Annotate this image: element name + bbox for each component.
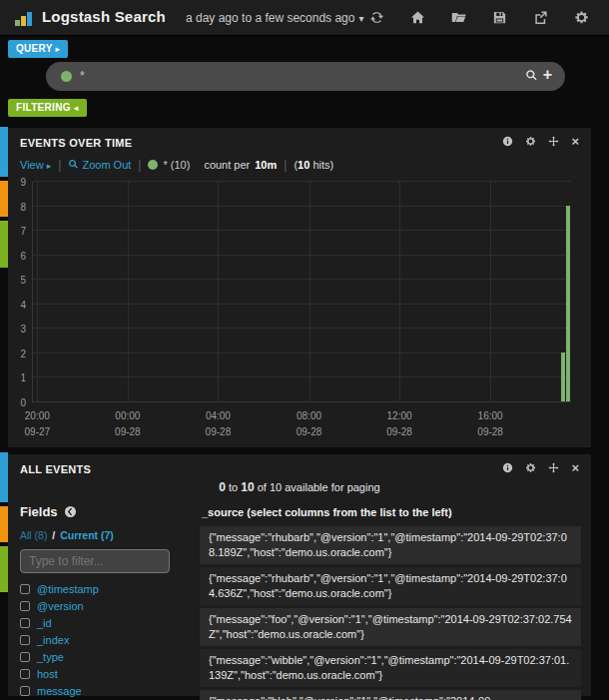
configure-gear-icon[interactable]: [525, 462, 536, 473]
query-bar: +: [46, 62, 565, 91]
field-checkbox[interactable]: [20, 584, 30, 594]
y-axis-tick: 0: [12, 397, 26, 408]
row-collapse-tab[interactable]: [0, 452, 8, 502]
gridline: [128, 182, 129, 402]
x-axis-tick: 00:0009-28: [115, 408, 141, 440]
source-column-header: _source (select columns from the list to…: [202, 506, 581, 518]
open-dashboard-icon[interactable]: [451, 10, 466, 25]
x-axis-tick: 04:0009-28: [206, 408, 232, 440]
gridline: [399, 182, 400, 402]
field-checkbox[interactable]: [20, 652, 30, 662]
info-icon[interactable]: [502, 136, 513, 147]
gridline: [218, 182, 219, 402]
y-axis-tick: 8: [12, 202, 26, 213]
row-collapse-tab[interactable]: [0, 506, 8, 542]
x-axis-tick: 20:0009-27: [25, 408, 51, 440]
fields-heading: Fields: [20, 504, 188, 519]
add-query-icon[interactable]: +: [543, 68, 552, 82]
field-item[interactable]: @timestamp: [20, 583, 188, 595]
collapse-fields-icon[interactable]: [64, 505, 77, 518]
field-checkbox[interactable]: [20, 686, 30, 696]
gridline: [490, 182, 491, 402]
timepicker-dropdown[interactable]: a day ago to a few seconds ago▾: [186, 11, 363, 25]
field-checkbox[interactable]: [20, 601, 30, 611]
y-axis-tick: 9: [12, 177, 26, 188]
filtering-row-tab[interactable]: FILTERING ◂: [8, 99, 87, 117]
row-collapse-tab[interactable]: [0, 127, 8, 177]
events-over-time-panel: EVENTS OVER TIME × View ▸ | Zoom Out | *…: [8, 128, 591, 447]
row-collapse-tab[interactable]: [0, 221, 8, 268]
gridline: [37, 182, 38, 402]
refresh-icon[interactable]: [369, 10, 384, 25]
field-item[interactable]: @version: [20, 600, 188, 612]
y-axis-tick: 6: [12, 251, 26, 262]
zoom-out-link[interactable]: Zoom Out: [68, 159, 131, 171]
save-icon[interactable]: [492, 10, 507, 25]
histogram-bar[interactable]: [566, 206, 570, 401]
y-axis-tick: 5: [12, 275, 26, 286]
field-item[interactable]: _index: [20, 634, 188, 646]
share-icon[interactable]: [533, 10, 548, 25]
query-color-dot[interactable]: [61, 71, 72, 82]
legend-series-dot[interactable]: [148, 160, 158, 170]
close-panel-icon[interactable]: ×: [571, 136, 579, 147]
search-icon[interactable]: [525, 69, 538, 82]
legend-query-label: * (10): [163, 159, 190, 171]
y-axis-tick: 2: [12, 349, 26, 359]
row-collapse-tab[interactable]: [0, 546, 8, 592]
home-icon[interactable]: [410, 10, 425, 25]
field-checkbox[interactable]: [20, 669, 30, 679]
divider: |: [58, 158, 61, 172]
paging-status: 0 to 10 of 10 available for paging: [8, 480, 591, 494]
move-panel-icon[interactable]: [548, 136, 559, 147]
configure-gear-icon[interactable]: [525, 136, 536, 147]
field-item[interactable]: message: [20, 685, 188, 697]
top-navbar: Logstash Search a day ago to a few secon…: [0, 0, 609, 36]
field-item[interactable]: _id: [20, 617, 188, 629]
event-row[interactable]: {"message":"rhubarb","@version":"1","@ti…: [200, 526, 581, 564]
caret-left-icon: ◂: [74, 103, 79, 113]
panel-title: EVENTS OVER TIME: [20, 137, 132, 149]
field-item[interactable]: host: [20, 668, 188, 680]
divider: |: [284, 158, 287, 172]
fields-current-link[interactable]: Current (7): [60, 529, 114, 541]
y-axis-tick: 3: [12, 324, 26, 335]
fields-all-link[interactable]: All (8): [20, 529, 47, 541]
x-axis-tick: 12:0009-28: [386, 408, 412, 440]
fields-sidebar: Fields All (8) / Current (7) @timestamp …: [20, 504, 188, 700]
field-filter-input[interactable]: [20, 549, 170, 573]
event-row[interactable]: {"message":"wibble","@version":"1","@tim…: [200, 649, 581, 687]
zoom-out-magnifier-icon: [68, 159, 79, 170]
histogram-chart[interactable]: 012345678920:0009-2700:0009-2804:0009-28…: [32, 182, 571, 402]
close-panel-icon[interactable]: ×: [571, 462, 579, 473]
info-icon[interactable]: [502, 462, 513, 473]
caret-right-icon: ▸: [56, 44, 61, 54]
all-events-panel: ALL EVENTS × 0 to 10 of 10 available for…: [8, 454, 591, 696]
event-row[interactable]: {"message":"foo","@version":"1","@timest…: [200, 608, 581, 646]
caret-right-icon: ▸: [47, 161, 52, 171]
events-table: _source (select columns from the list to…: [200, 504, 581, 700]
event-row[interactable]: {"message":"rhubarb","@version":"1","@ti…: [200, 567, 581, 605]
divider: |: [138, 158, 141, 172]
hits-label: (10 hits): [294, 159, 333, 171]
gridline: [309, 182, 310, 402]
query-row-tab[interactable]: QUERY ▸: [8, 40, 68, 58]
y-axis-tick: 7: [12, 226, 26, 237]
logstash-logo-icon: [15, 10, 37, 26]
move-panel-icon[interactable]: [548, 462, 559, 473]
field-checkbox[interactable]: [20, 618, 30, 628]
field-item[interactable]: _type: [20, 651, 188, 663]
view-menu-link[interactable]: View ▸: [20, 159, 51, 171]
settings-gear-icon[interactable]: [574, 10, 589, 25]
x-axis-tick: 08:0009-28: [297, 408, 322, 440]
row-collapse-tab[interactable]: [0, 181, 8, 217]
y-axis-tick: 1: [12, 372, 26, 383]
interval-value[interactable]: 10m: [255, 159, 277, 171]
histogram-bar[interactable]: [561, 352, 565, 401]
event-row[interactable]: {"message":"blah","@version":"1","@times…: [200, 690, 581, 700]
panel-title: ALL EVENTS: [20, 463, 91, 475]
field-checkbox[interactable]: [20, 635, 30, 645]
x-axis-tick: 16:0009-28: [477, 408, 503, 440]
query-input[interactable]: [80, 64, 519, 88]
y-axis-tick: 4: [12, 300, 26, 311]
